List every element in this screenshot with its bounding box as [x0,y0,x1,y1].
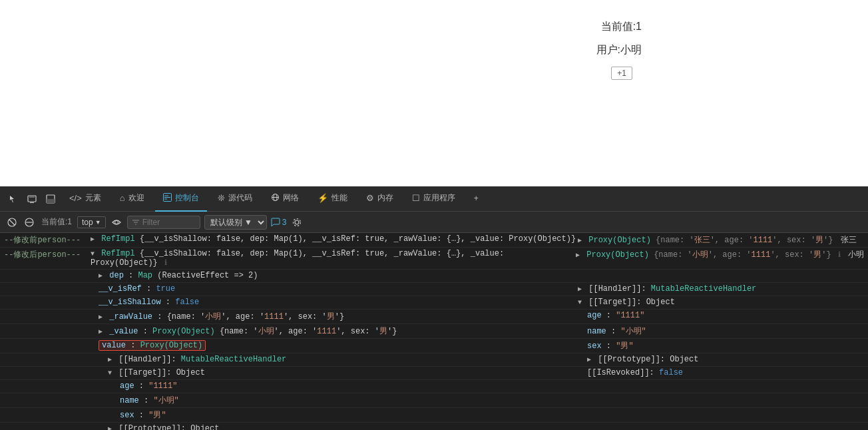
visshallow-val: false [175,298,199,307]
sex-after: ', sex: ' [770,250,813,260]
welcome-icon: ⌂ [120,193,125,203]
console-row-visref: __v_isRef : true ▶ [[Handler]]: MutableR… [0,283,868,296]
right-proto: ▶ [[Prototype]]: Object [578,355,864,364]
console-row-rawvalue: ▶ _rawValue : {name: '小明', age: '1111', … [0,310,868,324]
refimpl-content-before: {__v_isShallow: false, dep: Map(1), __v_… [140,234,576,244]
filter-input[interactable] [142,218,196,227]
target-sex-colon: : [139,411,148,420]
elements-icon: </> [69,193,82,203]
row-target-age: age : "1111" [120,381,578,391]
right-sex: sex : "男" [578,340,864,351]
rawvalue-colon: : {name: ' [157,312,205,322]
name-display-after: 小明 [848,250,864,260]
console-row-before: --修改前person--- ▶ RefImpl {__v_isShallow:… [0,233,868,248]
dock-icon[interactable] [43,191,59,207]
expand-arrow-proxy-after[interactable]: ▶ [576,252,580,259]
target-text: [[Target]]: Object [118,368,205,377]
tab-console-label: 控制台 [175,192,199,204]
tab-network[interactable]: 网络 [263,186,307,212]
expand-dep[interactable]: ▶ [99,272,103,280]
expand-proto-right[interactable]: ▶ [587,356,591,363]
target-name-colon: : [144,396,153,405]
tab-sources[interactable]: ❊ 源代码 [210,186,260,212]
tab-memory[interactable]: ⚙ 内存 [358,186,401,212]
vvalue-age: ', age: ' [274,327,318,336]
target-age-key: age [120,381,134,391]
right-visshallow: ▼ [[Target]]: Object [578,298,864,307]
current-value-display: 当前值:1 [601,20,642,34]
tab-welcome[interactable]: ⌂ 欢迎 [112,186,152,212]
age-after: ', age: ' [708,250,752,260]
console-settings-icon[interactable] [290,216,304,229]
expand-rawvalue[interactable]: ▶ [99,314,103,321]
dep-colon: : [128,271,138,280]
name-colon-right: : [611,327,620,336]
age-val-right: "1111" [616,311,644,320]
tab-network-label: 网络 [283,192,299,204]
device-icon[interactable] [24,191,40,207]
visshallow-key: __v_isShallow [99,298,161,307]
row-prefix-after: --修改后person--- [4,249,91,260]
handler-label: [[Handler]]: [588,284,651,294]
end-before: '} [823,236,833,245]
vvalue-end: '} [387,327,397,336]
network-icon [271,193,280,204]
expand-arrow-proxy-before[interactable]: ▶ [578,237,582,244]
row-content-after: ▼ RefImpl {__v_isShallow: false, dep: Ma… [91,249,576,268]
tab-elements[interactable]: </> 元素 [61,186,109,212]
expand-value-proxy[interactable]: ▶ [99,328,103,335]
tab-add[interactable]: + [466,186,487,212]
name-val-before: 张三 [694,236,710,245]
eye-icon[interactable] [110,216,123,229]
inspect-icon[interactable] [5,191,21,207]
tab-performance-label: 性能 [331,192,347,204]
console-row-target-name: name : "小明" [0,393,868,408]
expand-target[interactable]: ▼ [108,369,112,377]
tab-performance[interactable]: ⚡ 性能 [310,186,355,212]
value-key: value [102,341,126,350]
log-level-selector[interactable]: top ▼ [77,216,106,228]
rawvalue-name: 小明 [205,312,221,322]
refimpl-label-before: RefImpl [101,234,134,244]
info-icon: ℹ [164,259,167,267]
plus-one-button[interactable]: +1 [611,67,632,80]
message-icon [271,218,280,227]
console-row-dep: ▶ dep : Map (ReactiveEffect => 2) [0,270,868,283]
tab-console[interactable]: 控制台 [155,186,207,212]
top-label: 当前值:1 [41,216,72,228]
svg-point-16 [114,220,118,224]
right-isrevoked: [[IsRevoked]]: false [578,368,864,377]
name-val-after: 小明 [692,250,708,260]
tab-memory-label: 内存 [377,192,393,204]
row-right-before: ▶ Proxy(Object) {name: '张三', age: '1111'… [578,234,864,246]
row-handler: ▶ [[Handler]]: MutableReactiveHandler [108,355,578,364]
filter-input-wrap [127,216,200,229]
sources-icon: ❊ [218,193,225,203]
expand-handler-right[interactable]: ▶ [578,286,582,293]
target-label: [[Target]]: Object [588,298,675,307]
expand-arrow-after[interactable]: ▼ [91,250,95,258]
visref-key: __v_isRef [99,284,142,294]
expand-arrow-before[interactable]: ▶ [91,236,95,243]
age-before: ', age: ' [710,236,754,245]
handler-text: [[Handler]]: [118,355,181,364]
dep-key: dep [109,271,124,280]
svg-point-20 [295,220,299,224]
target-age-colon: : [139,381,148,391]
expand-handler[interactable]: ▶ [108,356,112,363]
tab-application[interactable]: ☐ 应用程序 [404,186,463,212]
expand-target-right[interactable]: ▼ [578,299,582,306]
expand-target-proto[interactable]: ▶ [108,425,112,430]
proxy-label-before: Proxy(Object) [588,236,651,245]
row-visshallow: __v_isShallow : false [99,298,578,307]
log-level-select[interactable]: 默认级别 ▼ [204,215,267,230]
value-type: Proxy(Object) [140,341,203,350]
clear-console-icon[interactable] [5,216,19,229]
count-label: 3 [282,218,287,227]
ban-icon[interactable] [23,216,36,229]
svg-rect-0 [28,196,36,202]
sex-before: ', sex: ' [772,236,815,245]
refimpl-content-after: {__v_isShallow: false, dep: Map(1), __v_… [91,249,504,268]
console-icon [163,193,172,204]
application-icon: ☐ [412,193,420,203]
